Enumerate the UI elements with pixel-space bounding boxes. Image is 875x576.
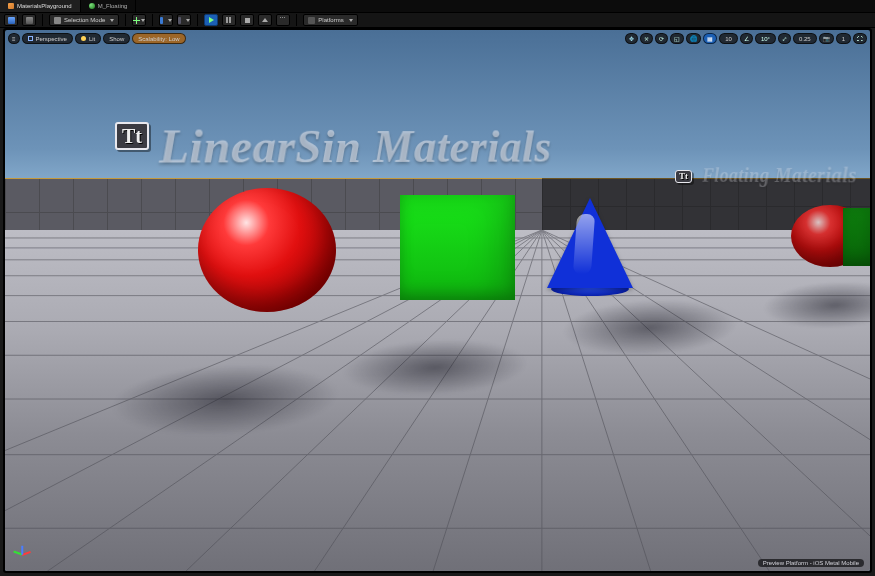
cinematics-button[interactable] xyxy=(177,14,191,26)
viewport-options-menu[interactable]: ≡ xyxy=(8,33,20,44)
text-render-actor-badge[interactable]: Tt xyxy=(115,122,149,150)
platforms-label: Platforms xyxy=(318,17,343,23)
actor-cone-blue[interactable] xyxy=(547,198,633,296)
stop-icon xyxy=(245,18,250,23)
grid-snap-label: 10 xyxy=(725,36,732,42)
cursor-icon xyxy=(54,17,61,24)
play-icon xyxy=(209,17,214,23)
blueprint-icon xyxy=(160,17,163,24)
separator xyxy=(296,14,297,26)
hamburger-icon: ≡ xyxy=(12,36,16,42)
angle-snap-value[interactable]: 10° xyxy=(755,33,776,44)
blueprints-button[interactable] xyxy=(159,14,173,26)
add-content-button[interactable] xyxy=(132,14,146,26)
tab-materials-playground[interactable]: MaterialsPlayground xyxy=(0,0,81,12)
play-options-button[interactable] xyxy=(276,14,290,26)
tt-label: Tt xyxy=(679,171,688,181)
show-label: Show xyxy=(109,36,124,42)
shadow xyxy=(96,365,353,435)
stop-button[interactable] xyxy=(240,14,254,26)
scale-snap-value[interactable]: 0.25 xyxy=(793,33,817,44)
scale-snap-label: 0.25 xyxy=(799,36,811,42)
chevron-down-icon xyxy=(110,19,114,22)
actor-cube-green[interactable] xyxy=(400,195,515,300)
tab-label: MaterialsPlayground xyxy=(17,3,72,9)
shadow xyxy=(756,282,870,328)
viewport-frame: Tt LinearSin Materials Tt Floating Mater… xyxy=(3,28,872,573)
transform-scale-button[interactable]: ◱ xyxy=(670,33,684,44)
tab-label: M_Floating xyxy=(98,3,128,9)
save-button[interactable] xyxy=(4,14,18,26)
tt-label: Tt xyxy=(122,125,142,147)
platforms-dropdown[interactable]: Platforms xyxy=(303,14,357,26)
chevron-down-icon xyxy=(349,19,353,22)
camera-speed-button[interactable]: 📷 xyxy=(819,33,834,44)
perspective-label: Perspective xyxy=(36,36,67,42)
plus-icon xyxy=(133,17,136,24)
viewport-show-dropdown[interactable]: Show xyxy=(103,33,130,44)
skip-icon xyxy=(226,17,233,24)
level-icon xyxy=(8,3,14,9)
material-icon xyxy=(89,3,95,9)
play-button[interactable] xyxy=(204,14,218,26)
cam-speed-label: 1 xyxy=(842,36,845,42)
separator xyxy=(42,14,43,26)
scale-snap-toggle[interactable]: ⤢ xyxy=(778,33,791,44)
chevron-down-icon xyxy=(141,19,145,22)
platform-icon xyxy=(308,17,315,24)
viewport-maximize-button[interactable]: ⛶ xyxy=(853,33,867,44)
tab-bar: MaterialsPlayground M_Floating xyxy=(0,0,875,12)
lit-label: Lit xyxy=(89,36,95,42)
viewport-toolbar-left: ≡ Perspective Lit Show Scalability: Low xyxy=(8,33,186,44)
viewport-scalability-chip[interactable]: Scalability: Low xyxy=(132,33,185,44)
axis-z-icon xyxy=(21,546,23,555)
viewport-lit-dropdown[interactable]: Lit xyxy=(75,33,101,44)
more-icon xyxy=(280,17,287,24)
transform-translate-button[interactable]: ⤧ xyxy=(640,33,653,44)
scalability-label: Scalability: Low xyxy=(138,36,179,42)
pause-frame-button[interactable] xyxy=(222,14,236,26)
shadow xyxy=(332,340,539,395)
actor-cube-green-far[interactable] xyxy=(843,208,870,266)
browse-button[interactable] xyxy=(22,14,36,26)
separator xyxy=(197,14,198,26)
preview-platform-hint: Preview Platform - iOS Metal Mobile xyxy=(758,559,864,567)
folder-icon xyxy=(26,17,33,24)
cube-icon xyxy=(28,36,33,41)
separator xyxy=(125,14,126,26)
camera-speed-value[interactable]: 1 xyxy=(836,33,851,44)
chevron-down-icon xyxy=(168,19,172,22)
viewport-perspective-dropdown[interactable]: Perspective xyxy=(22,33,73,44)
angle-snap-toggle[interactable]: ∠ xyxy=(740,33,753,44)
separator xyxy=(152,14,153,26)
coord-space-button[interactable]: 🌐 xyxy=(686,33,701,44)
actor-sphere-red[interactable] xyxy=(198,188,336,312)
grid-snap-value[interactable]: 10 xyxy=(719,33,738,44)
level-viewport[interactable]: Tt LinearSin Materials Tt Floating Mater… xyxy=(5,30,870,571)
transform-rotate-button[interactable]: ⟳ xyxy=(655,33,668,44)
eject-button[interactable] xyxy=(258,14,272,26)
surface-snap-toggle[interactable]: ▦ xyxy=(703,33,717,44)
cinematics-icon xyxy=(178,17,181,24)
viewport-toolbar-right: ✥ ⤧ ⟳ ◱ 🌐 ▦ 10 ∠ 10° ⤢ 0.25 📷 1 ⛶ xyxy=(625,33,867,44)
world-text-main[interactable]: LinearSin Materials xyxy=(159,119,552,174)
shadow xyxy=(553,300,747,355)
tab-m-floating[interactable]: M_Floating xyxy=(81,0,137,12)
axis-x-icon xyxy=(22,551,31,555)
world-text-secondary[interactable]: Floating Materials xyxy=(702,163,856,187)
save-icon xyxy=(8,17,15,24)
main-toolbar: Selection Mode Platforms xyxy=(0,12,875,28)
bulb-icon xyxy=(81,36,86,41)
eject-icon xyxy=(262,18,268,22)
transform-select-button[interactable]: ✥ xyxy=(625,33,638,44)
axis-gizmo xyxy=(11,543,33,565)
text-render-actor-badge[interactable]: Tt xyxy=(675,170,692,183)
selection-mode-label: Selection Mode xyxy=(64,17,105,23)
chevron-down-icon xyxy=(186,19,190,22)
selection-mode-dropdown[interactable]: Selection Mode xyxy=(49,14,119,26)
wall-edge xyxy=(5,178,542,179)
